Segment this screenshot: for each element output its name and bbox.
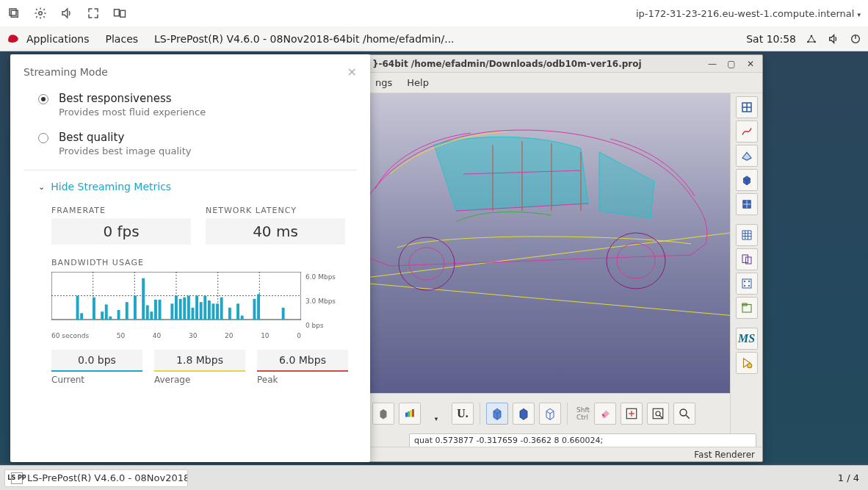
svg-rect-51	[142, 278, 145, 320]
bt-dropdown-icon[interactable]: ▾	[425, 403, 447, 425]
active-app-menu[interactable]: LS-PrePost(R) V4.6.0 - 08Nov2018-64bit /…	[154, 33, 455, 45]
bt-center-icon[interactable]	[621, 403, 643, 425]
svg-rect-44	[93, 298, 95, 320]
bw-x-tick: 40	[153, 332, 161, 339]
svg-point-33	[656, 411, 660, 416]
tool-reference-geom-icon[interactable]	[736, 96, 758, 118]
framerate-label: FRAMERATE	[51, 206, 191, 215]
bw-x-tick: 60 seconds	[51, 332, 89, 339]
menu-settings-partial[interactable]: ngs	[375, 77, 392, 88]
volume-tray-icon[interactable]	[827, 32, 840, 46]
tool-bottom-icon[interactable]	[736, 352, 758, 374]
svg-rect-68	[220, 298, 223, 320]
multi-monitor-icon[interactable]	[113, 7, 126, 20]
streaming-mode-panel: Streaming Mode × Best responsiveness Pro…	[10, 54, 370, 462]
svg-point-23	[748, 285, 750, 287]
copy-icon[interactable]	[7, 7, 21, 20]
tool-ms-icon[interactable]: MS	[736, 328, 758, 350]
dcv-top-bar: ip-172-31-23-216.eu-west-1.compute.inter…	[0, 0, 868, 26]
bw-x-tick: 50	[117, 332, 125, 339]
bw-peak-label: Peak	[257, 375, 348, 385]
gear-icon[interactable]	[34, 7, 47, 20]
fullscreen-icon[interactable]	[87, 7, 100, 20]
svg-rect-57	[175, 296, 178, 320]
menu-help[interactable]: Help	[407, 77, 429, 88]
places-menu[interactable]: Places	[106, 33, 139, 45]
svg-rect-71	[241, 316, 244, 320]
maximize-button[interactable]: ▢	[724, 58, 739, 70]
taskbar-item-label: LS-PrePost(R) V4.6.0 - 08Nov2018...	[27, 472, 188, 483]
svg-rect-49	[126, 302, 129, 320]
close-icon[interactable]: ×	[347, 65, 357, 79]
clock-label[interactable]: Sat 10:58	[746, 33, 796, 45]
svg-rect-56	[170, 303, 173, 320]
close-button[interactable]: ✕	[743, 58, 758, 70]
svg-rect-5	[120, 10, 126, 17]
bt-unreferenced-icon[interactable]: U.	[452, 403, 474, 425]
network-icon[interactable]	[805, 32, 818, 46]
chevron-down-icon: ⌄	[38, 182, 45, 192]
radio-unselected-icon[interactable]	[38, 133, 48, 143]
tool-element-icon[interactable]	[736, 193, 758, 215]
svg-rect-62	[195, 296, 198, 320]
bt-fringe-palette-icon[interactable]	[399, 403, 421, 425]
taskbar-item-lsprepost[interactable]: LS PP LS-PrePost(R) V4.6.0 - 08Nov2018..…	[4, 469, 188, 487]
svg-rect-0	[11, 10, 18, 17]
model-viewport[interactable]	[368, 93, 730, 393]
bw-x-tick: 10	[261, 332, 269, 339]
option-best-responsiveness[interactable]: Best responsiveness Provides most fluid …	[38, 92, 357, 118]
renderer-status: Fast Renderer	[694, 450, 755, 460]
svg-rect-64	[203, 296, 206, 320]
tool-curve-icon[interactable]	[736, 120, 758, 143]
svg-rect-67	[216, 303, 219, 320]
svg-rect-30	[412, 409, 414, 417]
svg-rect-63	[200, 302, 203, 320]
bt-zoom-icon[interactable]	[673, 403, 695, 425]
lspp-logo-icon: LS PP	[11, 472, 23, 484]
radio-selected-icon[interactable]	[38, 94, 48, 104]
svg-marker-3	[62, 9, 68, 18]
svg-rect-43	[80, 313, 83, 320]
bw-average-label: Average	[154, 375, 245, 385]
window-titlebar[interactable]: }-64bit /home/efadmin/Downloads/odb10m-v…	[368, 55, 762, 73]
minimize-button[interactable]: —	[705, 58, 720, 70]
bt-wire-icon[interactable]	[539, 403, 561, 425]
svg-rect-59	[183, 298, 186, 320]
option-subtitle: Provides most fluid experience	[59, 107, 206, 118]
bandwidth-chart	[51, 272, 301, 331]
workspace-indicator[interactable]: 1 / 4	[838, 472, 859, 483]
power-icon[interactable]	[849, 32, 862, 46]
volume-icon[interactable]	[60, 7, 73, 20]
tool-solid-icon[interactable]	[736, 169, 758, 191]
bt-shade-wire-icon[interactable]	[486, 403, 508, 425]
svg-rect-19	[742, 279, 751, 288]
bw-average-value: 1.8 Mbps	[154, 350, 245, 372]
tool-post-icon[interactable]	[736, 273, 758, 295]
status-bar: Fast Renderer	[368, 447, 762, 461]
option-best-quality[interactable]: Best quality Provides best image quality	[38, 131, 357, 156]
bt-erase-icon[interactable]	[594, 403, 616, 425]
svg-point-22	[744, 285, 745, 287]
svg-rect-70	[236, 303, 239, 320]
svg-rect-54	[154, 300, 157, 320]
bt-shade-icon[interactable]	[513, 403, 535, 425]
svg-rect-55	[159, 300, 162, 320]
svg-point-34	[680, 409, 687, 416]
svg-rect-47	[109, 317, 112, 320]
bt-fringe-cube-icon[interactable]	[372, 403, 394, 425]
tool-favor-icon[interactable]	[736, 297, 758, 319]
hostname-label[interactable]: ip-172-31-23-216.eu-west-1.compute.inter…	[636, 8, 861, 19]
svg-point-14	[617, 243, 655, 278]
svg-rect-48	[117, 310, 120, 320]
svg-rect-42	[76, 296, 79, 320]
tool-model-icon[interactable]	[736, 248, 758, 270]
tool-surface-icon[interactable]	[736, 145, 758, 167]
bw-y-tick: 0 bps	[305, 322, 336, 329]
applications-menu[interactable]: Applications	[26, 33, 90, 45]
metrics-toggle[interactable]: ⌄ Hide Streaming Metrics	[38, 181, 357, 192]
latency-value: 40 ms	[206, 218, 345, 245]
svg-rect-50	[134, 296, 137, 320]
bt-zoom-extents-icon[interactable]	[647, 403, 669, 425]
svg-rect-73	[257, 294, 260, 320]
tool-mesh-icon[interactable]	[736, 224, 758, 246]
